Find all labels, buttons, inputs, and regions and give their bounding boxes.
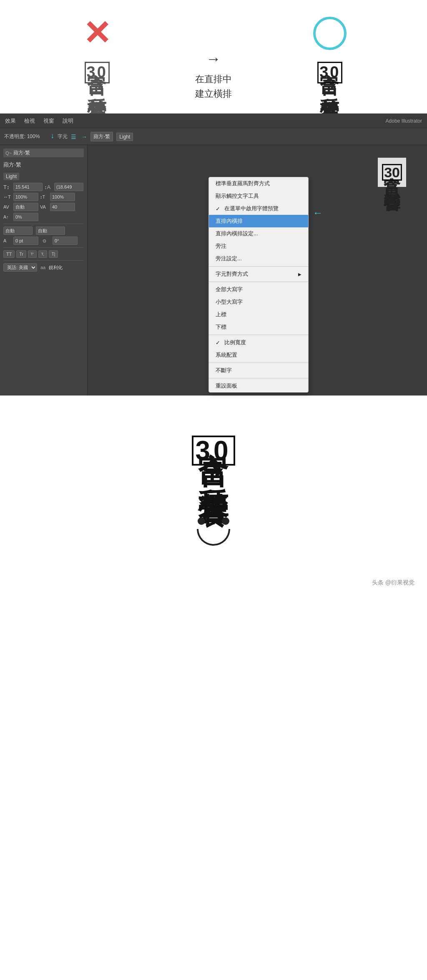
footer-text: 头条 @衍果视觉 (372, 579, 414, 587)
opacity-label: 不透明度: 100% (4, 133, 40, 140)
menu-system-config[interactable]: 系統配置 (209, 349, 308, 361)
scale-v-field[interactable]: 100% (50, 193, 75, 201)
panel-divider-2 (3, 247, 84, 248)
size-icon: T↕ (3, 184, 12, 190)
lang-row: 英語: 美國 aa 鋭利化 (3, 263, 84, 272)
wrong-item: ✕ 富含30種營養 (51, 17, 143, 88)
menu-window[interactable]: 視窗 (43, 117, 54, 125)
menu-char-align[interactable]: 字元對齊方式 (209, 268, 308, 280)
scale-h-field[interactable]: 100% (13, 193, 38, 201)
right-arrow: → (206, 50, 221, 68)
pt-icon: A (3, 238, 12, 243)
panel-divider-3 (3, 260, 84, 261)
smiley-section (0, 501, 427, 571)
context-menu[interactable]: 標準垂直羅馬對齊方式 顯示觸控文字工具 在選單中啟用字體預覽 直排內橫排 直排內… (208, 177, 309, 393)
font-weight-display: Light (3, 173, 19, 180)
font-search-text: 蘋方-繁 (13, 149, 30, 156)
kerning-icon: VA (40, 204, 48, 209)
search-icon-toolbar: → (81, 134, 87, 140)
smiley-eye-right (222, 517, 229, 525)
panel-divider-1 (3, 224, 84, 224)
tsub-btn[interactable]: T, (38, 250, 47, 258)
deg-field[interactable]: 0° (53, 237, 78, 245)
aa-label: aa (40, 265, 45, 270)
menu-help[interactable]: 說明 (63, 117, 73, 125)
pt-row: A 0 pt ⊙ 0° (3, 237, 84, 245)
font-weight-dropdown[interactable]: Light (116, 133, 133, 141)
menu-warichu[interactable]: 旁注 (209, 240, 308, 252)
right-vertical-text: 富含30種營養 (317, 58, 342, 88)
menu-tcy-settings[interactable]: 直排內橫排設定... (209, 227, 308, 240)
tr-btn[interactable]: Tr (16, 250, 26, 258)
footer: 头条 @衍果视觉 (0, 571, 427, 595)
font-dropdown[interactable]: 蘋方-繁 (90, 132, 113, 141)
tt-btn[interactable]: TT (3, 250, 15, 258)
ai-section: 效果 檢視 視窗 說明 Adobe Illustrator 不透明度: 100%… (0, 113, 427, 396)
menu-all-caps[interactable]: 全部大寫字 (209, 283, 308, 296)
menu-font-preview[interactable]: 在選單中啟用字體預覽 (209, 202, 308, 215)
baseline-field[interactable]: 0% (13, 213, 38, 221)
tracking-field[interactable]: 自動 (13, 203, 38, 211)
menu-small-caps[interactable]: 小型大寫字 (209, 296, 308, 308)
smiley-eye-left (198, 517, 205, 525)
wrong-vertical-text: 富含30種營養 (85, 58, 110, 88)
tsup-btn[interactable]: T' (28, 250, 37, 258)
leading-icon: ↕A (44, 184, 53, 190)
ai-main: Q~ 蘋方-繁 蘋方-繁 Light T↕ 15.541 ↕A (18.649 … (0, 145, 427, 396)
char-panel: Q~ 蘋方-繁 蘋方-繁 Light T↕ 15.541 ↕A (18.649 … (0, 145, 88, 396)
left-arrow-annotation: ← (313, 207, 323, 219)
menu-icon: ☰ (71, 134, 76, 140)
arrow-label: 在直排中建立橫排 (195, 72, 232, 101)
menu-proportional-width[interactable]: 比例寬度 (209, 336, 308, 349)
wrong-icon: ✕ (83, 17, 111, 50)
menu-sep-3 (209, 335, 308, 335)
right-item: 富含30種營養 (284, 17, 376, 88)
menu-sep-2 (209, 282, 308, 282)
menu-no-break[interactable]: 不斷字 (209, 364, 308, 377)
menu-standard-vertical[interactable]: 標準垂直羅馬對齊方式 (209, 177, 308, 190)
right-icon (313, 17, 347, 50)
scale-h-row: ↔T 100% ↕T 100% (3, 193, 84, 201)
result-section: 富含30種營養 (0, 396, 427, 501)
comparison-row: ✕ 富含30種營養 → 在直排中建立橫排 富含30種營養 (0, 17, 427, 101)
kerning-field[interactable]: 40 (50, 203, 75, 211)
ai-toolbar: 不透明度: 100% ↓ 字元 ☰ → 蘋方-繁 Light (0, 128, 427, 145)
font-name-display: 蘋方-繁 (3, 160, 84, 170)
menu-tcy[interactable]: 直排內橫排 (209, 215, 308, 227)
menu-view[interactable]: 檢視 (24, 117, 35, 125)
tvert-btn[interactable]: T| (49, 250, 58, 258)
pt-field[interactable]: 0 pt (13, 237, 38, 245)
scale-h-icon: ↔T (3, 194, 12, 199)
ai-canvas: 標準垂直羅馬對齊方式 顯示觸控文字工具 在選單中啟用字體預覽 直排內橫排 直排內… (88, 145, 427, 396)
canvas-text-display: 富含30種營養 (378, 158, 406, 187)
deg-icon: ⊙ (43, 238, 51, 244)
menu-effect[interactable]: 效果 (5, 117, 16, 125)
leading-field[interactable]: (18.649 (54, 183, 83, 191)
tracking-row: AV 自動 VA 40 (3, 203, 84, 211)
font-label: 字元 (58, 133, 68, 140)
smiley-eyes (198, 517, 229, 525)
menu-subscript[interactable]: 下標 (209, 321, 308, 333)
font-search[interactable]: Q~ 蘋方-繁 (3, 149, 84, 157)
baseline-icon: A↑ (3, 214, 12, 219)
lang-select[interactable]: 英語: 美國 (3, 263, 37, 272)
font-size-field[interactable]: 15.541 (13, 183, 43, 191)
size-row: T↕ 15.541 ↕A (18.649 (3, 183, 84, 191)
menu-show-touch[interactable]: 顯示觸控文字工具 (209, 190, 308, 202)
auto-field-2[interactable]: 自動 (36, 227, 65, 235)
auto-row: 自動 自動 (3, 227, 84, 235)
menu-sep-4 (209, 363, 308, 363)
menu-superscript[interactable]: 上標 (209, 308, 308, 321)
smiley-mouth (197, 529, 230, 546)
smiley-face (197, 517, 230, 546)
result-vertical-text: 富含30種營養 (192, 429, 235, 476)
menu-warichu-settings[interactable]: 旁注設定... (209, 252, 308, 265)
menu-sep-5 (209, 378, 308, 378)
auto-field-1[interactable]: 自動 (3, 227, 33, 235)
scale-v-icon: ↕T (40, 194, 48, 199)
menu-reset-panel[interactable]: 重設面板 (209, 380, 308, 392)
ai-brand: Adobe Illustrator (386, 118, 422, 124)
ai-menubar: 效果 檢視 視窗 說明 Adobe Illustrator (0, 113, 427, 128)
menu-sep-1 (209, 266, 308, 267)
comparison-section: ✕ 富含30種營養 → 在直排中建立橫排 富含30種營養 (0, 0, 427, 113)
